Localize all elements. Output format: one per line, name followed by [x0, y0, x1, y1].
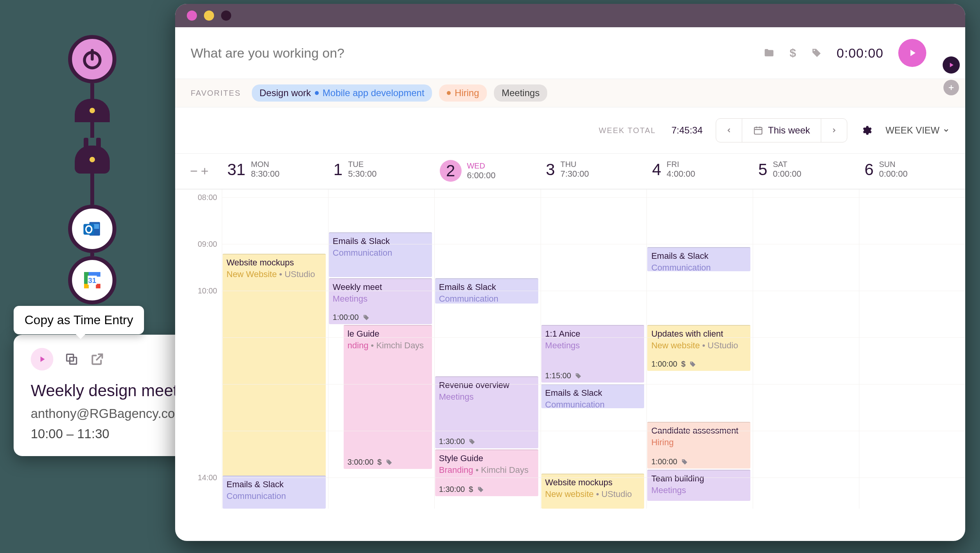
view-selector[interactable]: WEEK VIEW	[885, 125, 950, 136]
plug-top-icon	[75, 99, 110, 193]
calendar-grid[interactable]: Website mockupsNew Website • UStudioEmai…	[222, 190, 965, 509]
time-gutter: 08:0009:0010:0014:00	[175, 190, 222, 509]
window-minimize-button[interactable]	[204, 11, 214, 21]
start-timer-button[interactable]	[31, 348, 53, 370]
date-range-picker: This week	[716, 118, 847, 142]
mini-play-icon[interactable]	[943, 56, 960, 74]
calendar-event[interactable]: Emails & SlackCommunication	[329, 232, 432, 277]
favorite-chip[interactable]: Design work Mobile app development	[252, 84, 432, 102]
day-header[interactable]: 6 SUN 0:00:00	[859, 154, 965, 189]
calendar-event[interactable]: Website mockupsNew website • UStudio	[541, 474, 645, 509]
outlook-integration-icon[interactable]	[68, 205, 116, 253]
calendar-header: − + 31 MON 8:30:00 1 TUE 5:30:00 2 WED 6…	[175, 154, 965, 190]
billable-icon[interactable]: $	[790, 46, 796, 60]
calendar-event[interactable]: Candidate assessmentHiring1:00:00	[647, 422, 750, 469]
tag-icon[interactable]	[811, 47, 822, 58]
svg-text:31: 31	[88, 276, 97, 284]
calendar-event[interactable]: le Guidending • Kimchi Days3:00:00 $	[344, 325, 432, 469]
calendar-event[interactable]: Team buildingMeetings	[647, 470, 750, 501]
calendar-event[interactable]: Website mockupsNew Website • UStudio	[223, 254, 326, 495]
favorites-label: FAVORITES	[191, 89, 241, 98]
calendar-event[interactable]: Emails & SlackCommunication	[223, 476, 326, 509]
calendar-event[interactable]: Weekly meetMeetings1:00:00	[329, 278, 432, 324]
favorites-bar: FAVORITES Design work Mobile app develop…	[175, 79, 965, 107]
day-header[interactable]: 4 FRI 4:00:00	[646, 154, 753, 189]
hour-label: 10:00	[198, 286, 217, 295]
connector-line	[90, 253, 94, 256]
open-external-icon[interactable]	[90, 352, 105, 367]
hour-label: 14:00	[198, 473, 217, 482]
window-titlebar	[175, 4, 965, 27]
connector-line	[90, 83, 94, 99]
favorite-chip[interactable]: Meetings	[494, 84, 547, 102]
chevron-down-icon	[943, 127, 950, 134]
day-header[interactable]: 31 MON 8:30:00	[222, 154, 328, 189]
settings-icon[interactable]	[861, 125, 872, 136]
calendar-event[interactable]: Style GuideBranding • Kimchi Days1:30:00…	[435, 449, 538, 496]
calendar-event[interactable]: Emails & SlackCommunication	[647, 247, 750, 271]
week-toolbar: WEEK TOTAL 7:45:34 This week WEEK VIEW	[175, 107, 965, 154]
calendar-event[interactable]: Updates with clientNew website • UStudio…	[647, 325, 750, 371]
this-week-button[interactable]: This week	[742, 119, 821, 142]
day-header[interactable]: 3 THU 7:30:00	[541, 154, 647, 189]
week-total-value: 7:45:34	[671, 125, 703, 136]
description-input[interactable]	[191, 46, 463, 61]
copy-icon[interactable]	[64, 352, 79, 367]
timer-display: 0:00:00	[837, 46, 883, 61]
day-header[interactable]: 5 SAT 0:00:00	[753, 154, 859, 189]
hour-label: 08:00	[198, 193, 217, 202]
toggl-power-icon[interactable]	[68, 35, 116, 83]
start-timer-button[interactable]	[898, 39, 926, 67]
integrations-strip: 31	[68, 35, 116, 304]
day-header[interactable]: 2 WED 6:00:00	[434, 154, 541, 189]
zoom-in-button[interactable]: +	[201, 164, 209, 177]
zoom-out-button[interactable]: −	[190, 164, 198, 177]
folder-icon[interactable]	[763, 47, 775, 59]
app-window: $ 0:00:00 FAVORITES Design work Mobile a…	[175, 4, 965, 541]
week-total-label: WEEK TOTAL	[599, 126, 656, 135]
window-maximize-button[interactable]	[221, 11, 231, 21]
calendar: − + 31 MON 8:30:00 1 TUE 5:30:00 2 WED 6…	[175, 154, 965, 541]
favorite-chip[interactable]: Hiring	[439, 84, 487, 102]
day-header[interactable]: 1 TUE 5:30:00	[328, 154, 434, 189]
calendar-event[interactable]: Emails & SlackCommunication	[541, 384, 645, 408]
next-week-button[interactable]	[821, 119, 847, 142]
add-button[interactable]	[943, 80, 959, 95]
hour-label: 09:00	[198, 240, 217, 249]
calendar-event[interactable]: Revenue overviewMeetings1:30:00	[435, 376, 538, 448]
connector-line	[90, 193, 94, 205]
calendar-event[interactable]: 1:1 AniceMeetings1:15:00	[541, 325, 645, 383]
time-entry-bar: $ 0:00:00	[175, 27, 965, 79]
google-calendar-integration-icon[interactable]: 31	[68, 256, 116, 304]
copy-as-time-entry-tooltip: Copy as Time Entry	[14, 306, 144, 334]
svg-rect-18	[755, 127, 762, 134]
window-close-button[interactable]	[187, 11, 197, 21]
prev-week-button[interactable]	[716, 119, 742, 142]
